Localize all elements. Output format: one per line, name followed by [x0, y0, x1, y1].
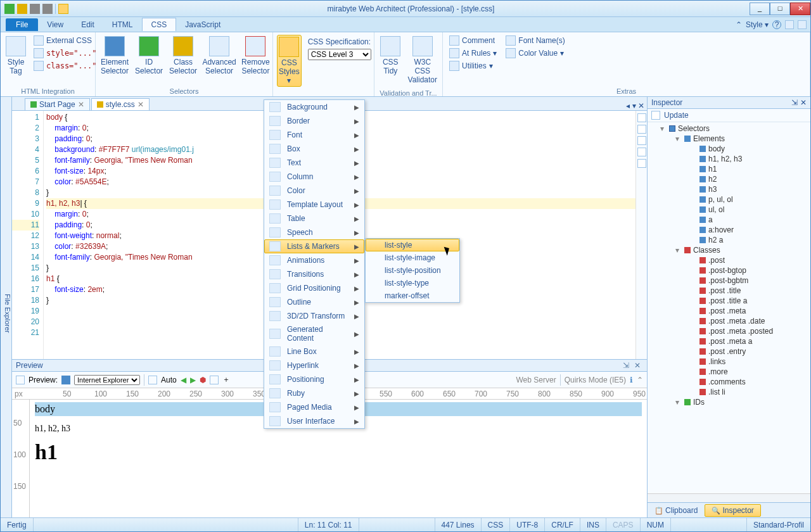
- menu-item-grid-positioning[interactable]: Grid Positioning▶: [264, 281, 364, 295]
- refresh-icon[interactable]: [16, 376, 25, 384]
- tree-node[interactable]: p, ul, ol: [648, 194, 810, 205]
- tree-node[interactable]: ul, ol: [648, 205, 810, 215]
- qat-icon[interactable]: [58, 4, 68, 14]
- close-icon[interactable]: ✕: [137, 100, 144, 109]
- tree-node[interactable]: ▾IDs: [648, 397, 810, 407]
- tree-node[interactable]: .more: [648, 367, 810, 377]
- editor-side-icon[interactable]: [637, 159, 646, 168]
- comment-button[interactable]: Comment: [447, 35, 499, 46]
- menu-item-table[interactable]: Table▶: [264, 212, 364, 225]
- class-selector-button[interactable]: Class Selector: [168, 35, 198, 77]
- pin-icon[interactable]: ⇲: [789, 98, 800, 107]
- minimize-button[interactable]: _: [750, 3, 770, 15]
- remove-selector-button[interactable]: Remove Selector: [240, 35, 271, 77]
- doc-tab-start[interactable]: Start Page✕: [25, 98, 90, 110]
- close-icon[interactable]: ✕: [78, 100, 84, 109]
- help-icon[interactable]: ?: [772, 20, 781, 29]
- qat-icon[interactable]: [17, 4, 27, 14]
- menu-item-template-layout[interactable]: Template Layout▶: [264, 198, 364, 212]
- tree-node[interactable]: h2 a: [648, 235, 810, 245]
- menu-item-column[interactable]: Column▶: [264, 170, 364, 184]
- menu-item-speech[interactable]: Speech▶: [264, 225, 364, 239]
- tree-node[interactable]: .post-bgtop: [648, 265, 810, 276]
- style-attr-button[interactable]: style="...": [31, 48, 99, 59]
- menu-item-text[interactable]: Text▶: [264, 156, 364, 170]
- tree-node[interactable]: ▾Selectors: [648, 124, 810, 134]
- clipboard-tab[interactable]: 📋 Clipboard: [648, 504, 705, 517]
- tree-node[interactable]: a:hover: [648, 225, 810, 235]
- external-css-button[interactable]: External CSS: [31, 35, 99, 46]
- tree-node[interactable]: .post .title a: [648, 296, 810, 306]
- editor-side-icon[interactable]: [637, 148, 646, 156]
- advanced-selector-button[interactable]: Advanced Selector: [202, 35, 236, 77]
- menu-item-line-box[interactable]: Line Box▶: [264, 345, 364, 358]
- update-button[interactable]: Update: [648, 109, 810, 122]
- menu-item-font[interactable]: Font▶: [264, 128, 364, 142]
- menu-item-border[interactable]: Border▶: [264, 114, 364, 128]
- nav-back-icon[interactable]: ◀: [181, 376, 186, 384]
- tree-node[interactable]: a: [648, 215, 810, 225]
- menu-item-generated-content[interactable]: Generated Content▶: [264, 323, 364, 345]
- toolbox-icon[interactable]: [785, 20, 794, 29]
- inspector-tree[interactable]: ▾Selectors▾Elementsbodyh1, h2, h3h1h2h3p…: [648, 122, 810, 493]
- nav-fwd-icon[interactable]: ▶: [190, 376, 196, 384]
- tree-node[interactable]: h2: [648, 174, 810, 184]
- menu-item--d-d-transform[interactable]: 3D/2D Transform▶: [264, 309, 364, 323]
- css-tidy-button[interactable]: CSS Tidy: [378, 35, 403, 77]
- tree-node[interactable]: .post .title: [648, 286, 810, 296]
- close-button[interactable]: ✕: [790, 3, 810, 15]
- tree-node[interactable]: .comments: [648, 377, 810, 387]
- tab-css[interactable]: CSS: [142, 18, 177, 31]
- file-menu[interactable]: File: [6, 18, 38, 31]
- submenu-item-list-style-position[interactable]: list-style-position: [366, 264, 459, 277]
- tree-node[interactable]: .links: [648, 357, 810, 367]
- tree-node[interactable]: body: [648, 144, 810, 154]
- file-explorer-rail[interactable]: File Explorer: [1, 97, 12, 517]
- menu-item-paged-media[interactable]: Paged Media▶: [264, 400, 364, 414]
- menu-item-hyperlink[interactable]: Hyperlink▶: [264, 358, 364, 372]
- info-icon[interactable]: ℹ: [630, 376, 633, 384]
- tab-view[interactable]: View: [38, 18, 72, 31]
- nav-stop-icon[interactable]: ⬢: [200, 376, 206, 384]
- tree-node[interactable]: ▾Elements: [648, 134, 810, 144]
- style-dropdown[interactable]: Style ▾: [746, 20, 769, 29]
- tabs-menu-icon[interactable]: ◂ ▾ ✕: [623, 101, 647, 110]
- tree-node[interactable]: .post-bgbtm: [648, 276, 810, 286]
- menu-chevron-icon[interactable]: ⌃: [736, 20, 742, 29]
- tool-icon[interactable]: [210, 376, 219, 384]
- maximize-button[interactable]: □: [770, 3, 790, 15]
- menu-item-positioning[interactable]: Positioning▶: [264, 372, 364, 386]
- inspector-tab[interactable]: 🔍 Inspector: [705, 504, 760, 517]
- submenu-item-marker-offset[interactable]: marker-offset: [366, 289, 459, 302]
- submenu-item-list-style-type[interactable]: list-style-type: [366, 277, 459, 289]
- chevron-up-icon[interactable]: ⌃: [637, 376, 643, 384]
- style-tag-button[interactable]: Style Tag: [4, 35, 27, 77]
- id-selector-button[interactable]: ID Selector: [134, 35, 164, 77]
- qat-icon[interactable]: [42, 4, 53, 14]
- tab-javascript[interactable]: JavaScript: [176, 18, 229, 31]
- menu-item-lists-markers[interactable]: Lists & Markers▶: [264, 239, 364, 253]
- editor-side-icon[interactable]: [637, 125, 646, 134]
- tree-node[interactable]: h1, h2, h3: [648, 154, 810, 164]
- tree-node[interactable]: .post: [648, 255, 810, 265]
- menu-item-color[interactable]: Color▶: [264, 184, 364, 198]
- qat-icon[interactable]: [4, 4, 15, 14]
- horizontal-scrollbar[interactable]: [648, 493, 810, 502]
- menu-item-transitions[interactable]: Transitions▶: [264, 267, 364, 281]
- qat-icon[interactable]: [30, 4, 40, 14]
- menu-item-outline[interactable]: Outline▶: [264, 295, 364, 309]
- tree-node[interactable]: .post .meta a: [648, 336, 810, 346]
- editor-side-icon[interactable]: [637, 113, 646, 122]
- font-names-button[interactable]: Font Name(s): [503, 35, 567, 46]
- menu-item-box[interactable]: Box▶: [264, 142, 364, 156]
- tree-node[interactable]: .list li: [648, 387, 810, 397]
- element-selector-button[interactable]: Element Selector: [99, 35, 130, 77]
- tab-html[interactable]: HTML: [103, 18, 142, 31]
- tree-node[interactable]: .post .entry: [648, 346, 810, 357]
- auto-icon[interactable]: [148, 376, 157, 384]
- doc-tab-style[interactable]: style.css✕: [91, 98, 150, 110]
- browser-select[interactable]: Internet Explorer: [74, 375, 140, 385]
- tree-node[interactable]: .post .meta: [648, 306, 810, 316]
- css-spec-select[interactable]: CSS Level 3: [308, 49, 371, 60]
- menu-item-background[interactable]: Background▶: [264, 100, 364, 114]
